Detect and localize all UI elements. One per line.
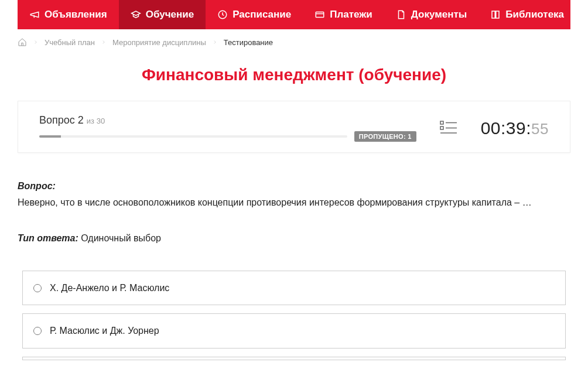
nav-label: Обучение [146, 9, 194, 20]
question-text: Неверно, что в числе основоположников ко… [18, 195, 570, 210]
chevron-right-icon [212, 38, 218, 47]
nav-label: Документы [411, 9, 467, 20]
progress-fill [39, 135, 61, 138]
breadcrumb-current: Тестирование [224, 38, 273, 47]
nav-library[interactable]: Библиотека [478, 0, 588, 29]
breadcrumb: Учебный план Мероприятие дисциплины Тест… [18, 29, 570, 55]
nav-label: Платежи [330, 9, 372, 20]
svg-rect-4 [440, 127, 443, 129]
page-title: Финансовый менеджмент (обучение) [18, 66, 570, 84]
home-icon[interactable] [18, 37, 27, 47]
chevron-right-icon [101, 38, 107, 47]
answer-options: Х. Де-Анжело и Р. Масюлис Р. Масюлис и Д… [22, 271, 566, 360]
nav-announcements[interactable]: Объявления [18, 0, 119, 29]
breadcrumb-link[interactable]: Учебный план [45, 38, 95, 47]
nav-payments[interactable]: Платежи [303, 0, 384, 29]
nav-documents[interactable]: Документы [384, 0, 479, 29]
megaphone-icon [29, 9, 40, 20]
timer: 00:39:55 [481, 118, 549, 138]
chevron-right-icon [33, 38, 39, 47]
radio-input[interactable] [33, 284, 42, 292]
nav-label: Расписание [233, 9, 291, 20]
nav-label: Объявления [45, 9, 107, 20]
clock-icon [217, 9, 228, 20]
nav-schedule[interactable]: Расписание [206, 0, 303, 29]
svg-rect-2 [440, 121, 443, 124]
question-content: Вопрос: Неверно, что в числе основополож… [18, 179, 570, 360]
option-text: Х. Де-Анжело и Р. Масюлис [50, 281, 169, 296]
chevron-down-icon [571, 11, 578, 18]
main-nav: Объявления Обучение Расписание Платежи Д… [18, 0, 570, 29]
quiz-status-card: Вопрос 2 из 30 ПРОПУЩЕНО: 1 00:39:55 [18, 101, 570, 153]
document-icon [396, 9, 406, 20]
answer-option[interactable] [22, 357, 566, 360]
answer-option[interactable]: Р. Масюлис и Дж. Уорнер [22, 313, 566, 348]
progress-bar [39, 135, 347, 138]
breadcrumb-link[interactable]: Мероприятие дисциплины [112, 38, 206, 47]
book-icon [490, 9, 501, 20]
radio-input[interactable] [33, 327, 42, 335]
answer-type: Тип ответа: Одиночный выбор [18, 231, 570, 246]
option-text: Р. Масюлис и Дж. Уорнер [50, 323, 159, 339]
question-counter: Вопрос 2 из 30 [39, 114, 416, 127]
answer-option[interactable]: Х. Де-Анжело и Р. Масюлис [22, 271, 566, 306]
svg-rect-1 [316, 12, 324, 18]
nav-label: Библиотека [505, 9, 564, 20]
education-icon [131, 9, 141, 20]
skipped-badge: ПРОПУЩЕНО: 1 [354, 131, 416, 142]
payment-icon [314, 9, 325, 20]
nav-education[interactable]: Обучение [119, 0, 206, 29]
question-label: Вопрос: [18, 179, 570, 194]
question-list-icon[interactable] [440, 120, 457, 136]
